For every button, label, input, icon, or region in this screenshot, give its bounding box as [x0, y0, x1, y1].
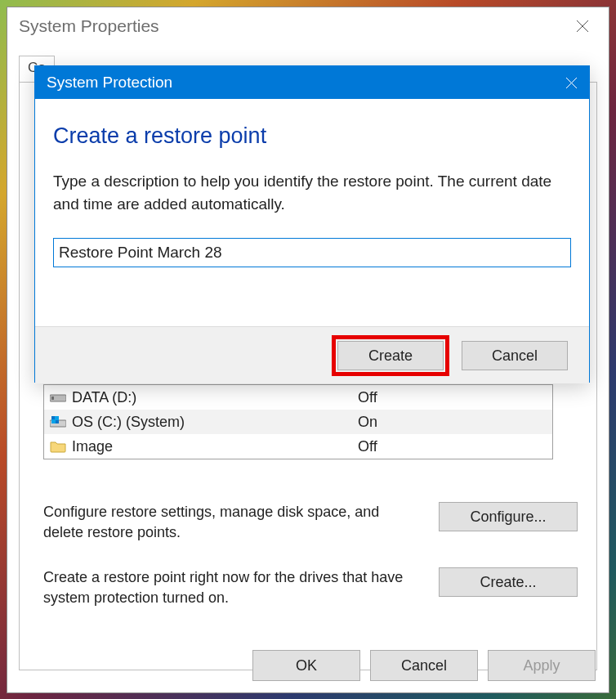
drive-protection: Off: [358, 389, 552, 406]
system-properties-title: System Properties: [19, 16, 159, 36]
hdd-icon: [49, 390, 67, 405]
drive-name: DATA (D:): [72, 389, 358, 406]
table-row[interactable]: OS (C:) (System) On: [44, 410, 552, 434]
configure-text: Configure restore settings, manage disk …: [43, 502, 439, 543]
drive-protection: Off: [358, 438, 552, 455]
close-icon[interactable]: [566, 12, 599, 40]
table-row[interactable]: Image Off: [44, 434, 552, 459]
system-protection-body: Create a restore point Type a descriptio…: [35, 99, 589, 326]
create-button[interactable]: Create...: [439, 567, 578, 597]
create-restore-point-heading: Create a restore point: [53, 123, 571, 149]
close-icon[interactable]: [553, 66, 589, 99]
create-confirm-button[interactable]: Create: [337, 341, 444, 370]
svg-rect-1: [51, 397, 54, 400]
system-protection-title: System Protection: [47, 74, 172, 92]
ok-button[interactable]: OK: [252, 650, 360, 681]
table-row[interactable]: DATA (D:) Off: [44, 385, 552, 410]
create-row: Create a restore point right now for the…: [43, 567, 578, 608]
osdisk-icon: [49, 414, 67, 429]
configure-button[interactable]: Configure...: [439, 502, 578, 531]
cancel-dialog-button[interactable]: Cancel: [462, 341, 568, 370]
cancel-button[interactable]: Cancel: [370, 650, 478, 681]
configure-row: Configure restore settings, manage disk …: [43, 502, 578, 543]
dialog-button-row: OK Cancel Apply: [252, 650, 596, 681]
system-properties-titlebar[interactable]: System Properties: [7, 7, 609, 44]
restore-point-description-input[interactable]: [53, 238, 571, 267]
drive-protection: On: [358, 414, 552, 431]
system-protection-titlebar[interactable]: System Protection: [35, 66, 589, 99]
svg-rect-5: [56, 420, 59, 423]
create-restore-point-description: Type a description to help you identify …: [53, 170, 571, 215]
apply-button[interactable]: Apply: [488, 650, 596, 681]
system-protection-footer: Create Cancel: [35, 326, 589, 383]
folder-icon: [49, 439, 67, 454]
svg-rect-4: [51, 416, 55, 419]
drive-name: OS (C:) (System): [72, 414, 358, 431]
protection-drive-table: DATA (D:) Off OS (C:) (System) On Image …: [43, 384, 553, 459]
create-text: Create a restore point right now for the…: [43, 567, 439, 608]
drive-name: Image: [72, 438, 358, 455]
system-protection-dialog: System Protection Create a restore point…: [34, 65, 590, 383]
